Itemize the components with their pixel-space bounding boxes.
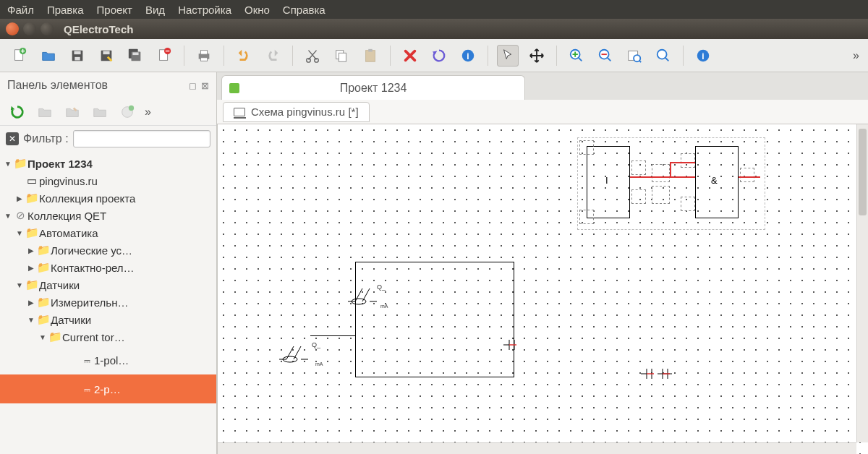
wire-red[interactable] (670, 162, 695, 163)
tree-project-collection[interactable]: Коллекция проекта (39, 192, 135, 205)
canvas-grid (218, 124, 868, 454)
tree-item-2p[interactable]: 2-p… (94, 383, 121, 395)
about-button[interactable]: i (692, 45, 714, 67)
save-as-button[interactable] (95, 45, 117, 67)
save-button[interactable] (67, 45, 88, 67)
panel-detach-icon[interactable]: ◻ (189, 80, 197, 91)
tree-schema[interactable]: pingvinus.ru (39, 175, 98, 187)
project-tab[interactable]: Проект 1234 (221, 75, 525, 100)
tree-logic[interactable]: Логические ус… (51, 244, 132, 257)
system-menubar[interactable]: Файл Правка Проект Вид Настройка Окно Сп… (0, 0, 868, 19)
canvas-scrollbar-horizontal[interactable] (218, 442, 856, 454)
select-tool-button[interactable] (497, 45, 519, 67)
redo-button[interactable] (262, 45, 284, 67)
cut-button[interactable] (302, 45, 323, 67)
copy-button[interactable] (331, 45, 352, 67)
project-icon (229, 83, 239, 93)
work-area: Проект 1234 Схема pingvinus.ru [*] Q_ mA… (217, 72, 868, 454)
svg-rect-20 (368, 48, 373, 51)
svg-text:i: i (467, 51, 469, 61)
filter-input[interactable] (73, 130, 210, 147)
panel-reload-button[interactable] (7, 102, 27, 122)
svg-point-27 (658, 49, 667, 59)
menu-project[interactable]: Проект (97, 4, 132, 16)
tree-project[interactable]: Проект 1234 (27, 158, 93, 170)
filter-clear-icon[interactable]: ✕ (6, 132, 19, 145)
elements-tree[interactable]: ▼📁Проект 1234 ▭pingvinus.ru ▶📁Коллекция … (0, 152, 216, 454)
elements-panel: Панель элементов ◻ ⊠ » ✕ Фильтр : ▼📁Прое… (0, 72, 217, 454)
project-tab-label: Проект 1234 (340, 82, 407, 95)
tree-sensors[interactable]: Датчики (39, 279, 80, 291)
wire-red[interactable] (670, 162, 671, 176)
toolbar-separator (683, 46, 684, 66)
tree-qet-collection[interactable]: Коллекция QET (27, 210, 106, 222)
panel-new-folder-button[interactable] (35, 102, 55, 122)
panel-edit-button[interactable] (62, 102, 82, 122)
delete-button[interactable] (399, 45, 421, 67)
svg-rect-4 (75, 56, 80, 60)
print-button[interactable] (193, 45, 215, 67)
svg-rect-14 (200, 57, 207, 61)
open-button[interactable] (38, 45, 59, 67)
tree-sensors2[interactable]: Датчики (51, 314, 91, 326)
toolbar-overflow[interactable]: » (853, 49, 859, 62)
undo-button[interactable] (233, 45, 255, 67)
move-tool-button[interactable] (526, 45, 548, 67)
canvas-viewport[interactable]: Q_ mA Q_ mA I & (217, 124, 868, 454)
zoom-reset-button[interactable] (652, 45, 674, 67)
component-label-ma2: mA (315, 361, 323, 367)
terminal-symbol-2[interactable] (637, 363, 673, 385)
panel-delete-button[interactable] (90, 102, 110, 122)
info-button[interactable]: i (457, 45, 479, 67)
schematic-wire-frame[interactable] (355, 262, 514, 377)
close-file-button[interactable] (153, 45, 175, 67)
zoom-fit-button[interactable] (624, 45, 645, 67)
menu-settings[interactable]: Настройка (178, 4, 231, 16)
panel-title: Панель элементов (7, 79, 108, 92)
menu-view[interactable]: Вид (145, 4, 165, 16)
zoom-in-button[interactable] (566, 45, 587, 67)
menu-help[interactable]: Справка (283, 4, 326, 16)
svg-rect-18 (339, 53, 346, 61)
switch-symbol-1[interactable] (344, 280, 380, 309)
svg-rect-13 (200, 50, 207, 54)
tree-automation[interactable]: Автоматика (39, 227, 98, 239)
filter-label: Фильтр : (23, 132, 69, 145)
svg-rect-6 (103, 51, 109, 54)
project-tabstrip: Проект 1234 (217, 72, 868, 100)
window-minimize-icon[interactable] (23, 22, 36, 35)
component-label-ma1: mA (380, 304, 388, 309)
tree-relay[interactable]: Контактно-рел… (51, 262, 135, 274)
window-title: QElectroTech (64, 23, 133, 35)
wire-red[interactable] (739, 176, 760, 178)
svg-rect-9 (132, 52, 138, 55)
tree-current-tor[interactable]: Current tor… (62, 331, 125, 343)
window-close-icon[interactable] (6, 22, 19, 35)
new-file-button[interactable] (9, 45, 30, 67)
wire-red[interactable] (630, 176, 695, 178)
panel-close-icon[interactable]: ⊠ (201, 80, 209, 91)
svg-rect-19 (366, 50, 375, 61)
paste-button[interactable] (359, 45, 381, 67)
panel-new-element-button[interactable] (117, 102, 137, 122)
panel-tools-overflow[interactable]: » (145, 106, 151, 119)
toolbar-separator (292, 46, 293, 66)
schema-tab-label: Схема pingvinus.ru [*] (251, 106, 359, 118)
schema-tab[interactable]: Схема pingvinus.ru [*] (223, 102, 370, 122)
rotate-button[interactable] (428, 45, 450, 67)
tree-measure[interactable]: Измерительн… (51, 296, 128, 309)
save-all-button[interactable] (124, 45, 146, 67)
schema-icon (234, 108, 245, 116)
tree-item-1pol[interactable]: 1-pol… (94, 354, 129, 367)
zoom-out-button[interactable] (595, 45, 616, 67)
canvas-scrollbar-vertical[interactable] (856, 124, 868, 442)
svg-rect-3 (74, 51, 80, 54)
terminal-symbol-1[interactable] (500, 334, 522, 356)
switch-symbol-2[interactable] (276, 338, 312, 367)
component-label-q2: Q_ (312, 341, 320, 348)
menu-edit[interactable]: Правка (47, 4, 84, 16)
menu-file[interactable]: Файл (7, 4, 34, 16)
menu-window[interactable]: Окно (244, 4, 270, 16)
window-maximize-icon[interactable] (41, 22, 54, 35)
toolbar-separator (488, 46, 488, 66)
